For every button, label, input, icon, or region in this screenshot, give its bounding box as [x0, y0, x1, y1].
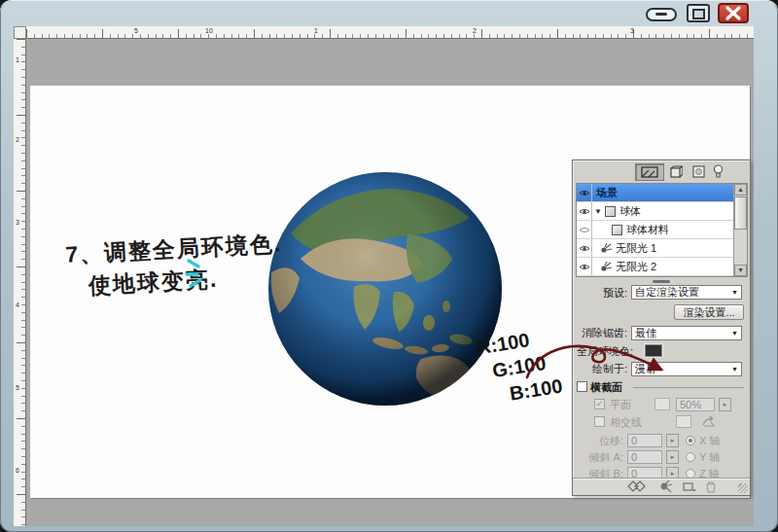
layer-label: 无限光 2	[616, 260, 656, 274]
material-swatch-icon	[612, 225, 622, 235]
ruler-number: 3	[630, 27, 634, 34]
paint-on-label: 绘制于:	[573, 362, 627, 376]
close-icon	[720, 5, 747, 21]
intersection-label: 相交线	[610, 415, 642, 430]
antialias-dropdown[interactable]: 最佳 ▼	[631, 326, 742, 340]
tilt-a-field[interactable]: 0	[627, 450, 662, 464]
divider	[633, 387, 744, 388]
chevron-down-icon: ▼	[731, 366, 738, 372]
mesh-filter-icon	[670, 165, 683, 178]
visibility-eye-icon[interactable]	[577, 258, 592, 275]
ruler-number: 5	[16, 384, 19, 391]
toggle-ground-plane-icon[interactable]	[627, 480, 651, 493]
scroll-down-icon[interactable]: ▼	[734, 265, 747, 276]
vertical-ruler: 1 2 3 4 5 6	[14, 39, 26, 526]
y-axis-label: Y 轴	[699, 450, 720, 465]
panel-filter-bar	[573, 160, 750, 182]
ruler-number: 1	[16, 56, 19, 63]
visibility-eye-icon[interactable]	[577, 184, 592, 201]
rgb-annotation: R:100 G:100 B:100	[475, 323, 564, 410]
y-axis-radio[interactable]	[686, 452, 695, 462]
cross-section-checkbox[interactable]	[577, 381, 587, 392]
layer-row-material[interactable]: 球体材料	[577, 221, 734, 239]
tilt-a-value: 0	[631, 451, 637, 463]
ruler-number: 4	[16, 301, 19, 308]
layer-list-scrollbar[interactable]: ▲ ▼	[733, 184, 747, 276]
light-icon	[600, 243, 612, 254]
ruler-number: 3	[16, 219, 19, 226]
scroll-up-icon[interactable]: ▲	[734, 184, 747, 195]
layer-row-light-1[interactable]: 无限光 1	[577, 239, 734, 258]
preset-dropdown[interactable]: 自定渲染设置 ▼	[631, 285, 742, 300]
layer-row-light-2[interactable]: 无限光 2	[577, 258, 734, 276]
delete-trash-icon[interactable]	[705, 480, 717, 493]
ruler-number: 1	[314, 27, 318, 34]
panel-bottom-bar	[573, 478, 750, 495]
filter-scene-button[interactable]	[635, 163, 664, 181]
offset-field[interactable]: 0	[627, 434, 662, 447]
antialias-value: 最佳	[635, 326, 656, 340]
paint-on-value: 漫射	[635, 362, 656, 376]
plane-opacity-field[interactable]: 50%	[676, 398, 715, 411]
chevron-down-icon: ▼	[731, 330, 738, 337]
app-window: 5 10 1 2 3 1 2 3 4 5 6	[0, 0, 778, 532]
earth-globe[interactable]	[264, 167, 507, 410]
toggle-lights-icon[interactable]	[658, 480, 672, 493]
layer-label: 无限光 1	[616, 241, 656, 256]
layer-label: 球体	[619, 204, 641, 219]
ruler-number: 5	[134, 27, 138, 34]
intersection-checkbox[interactable]	[594, 416, 605, 427]
chevron-down-icon: ▼	[731, 289, 738, 296]
layer-label: 球体材料	[626, 223, 669, 237]
horizontal-ruler: 5 10 1 2 3	[26, 26, 754, 39]
intersection-color-swatch[interactable]	[676, 415, 691, 428]
tilt-a-stepper[interactable]: ▸	[666, 450, 679, 464]
light-icon	[600, 262, 612, 272]
antialias-label: 消除锯齿:	[573, 326, 627, 340]
sparkle-doodle	[183, 253, 216, 292]
plane-checkbox[interactable]: ✓	[594, 399, 605, 409]
scene-filter-icon	[641, 166, 658, 178]
plane-color-swatch[interactable]	[654, 398, 670, 410]
preset-value: 自定渲染设置	[635, 285, 699, 300]
tilt-a-label: 倾斜 A:	[573, 450, 623, 465]
plane-opacity-stepper[interactable]: ▸	[719, 398, 731, 411]
x-axis-label: X 轴	[699, 434, 720, 448]
new-item-icon[interactable]	[682, 480, 696, 493]
canvas-area[interactable]: 7、调整全局环境色. 使地球变亮. R:100 G:100 B:100	[26, 39, 754, 526]
filter-meshes-button[interactable]	[668, 163, 684, 179]
visibility-eye-icon[interactable]	[577, 202, 592, 220]
ruler-corner	[14, 26, 26, 39]
offset-stepper[interactable]: ▸	[666, 434, 679, 447]
maximize-icon	[692, 9, 705, 19]
filter-lights-button[interactable]	[711, 163, 725, 179]
panel-splitter[interactable]	[573, 278, 750, 284]
visibility-eye-icon[interactable]	[577, 239, 592, 257]
offset-label: 位移:	[573, 434, 623, 448]
panel-resize-grip[interactable]	[738, 483, 748, 493]
flip-cross-section-icon[interactable]	[701, 415, 717, 428]
layer-row-scene[interactable]: 场景	[577, 184, 734, 202]
paint-on-dropdown[interactable]: 漫射 ▼	[631, 362, 742, 376]
scrollbar-thumb[interactable]	[734, 196, 747, 230]
layer-row-mesh[interactable]: ▼ 球体	[577, 202, 734, 221]
plane-label: 平面	[610, 398, 631, 412]
handwritten-note: 7、调整全局环境色. 使地球变亮.	[64, 228, 284, 303]
splitter-grip	[653, 280, 670, 283]
ambient-color-swatch[interactable]	[645, 344, 662, 357]
filter-materials-button[interactable]	[690, 163, 706, 179]
offset-value: 0	[631, 435, 637, 446]
expander-triangle-icon[interactable]: ▼	[594, 207, 602, 216]
x-axis-radio[interactable]	[686, 436, 695, 445]
ruler-number: 10	[205, 27, 213, 34]
mesh-cube-icon	[605, 206, 616, 217]
visibility-eye-icon[interactable]	[577, 221, 592, 238]
cross-section-label: 横截面	[590, 380, 622, 395]
ruler-number: 2	[16, 136, 19, 143]
maximize-button[interactable]	[687, 4, 710, 22]
minimize-button[interactable]	[646, 8, 677, 21]
ruler-number: 2	[473, 27, 477, 34]
close-button[interactable]	[718, 3, 749, 23]
render-settings-button[interactable]: 渲染设置...	[674, 304, 744, 320]
layer-label: 场景	[596, 186, 618, 200]
